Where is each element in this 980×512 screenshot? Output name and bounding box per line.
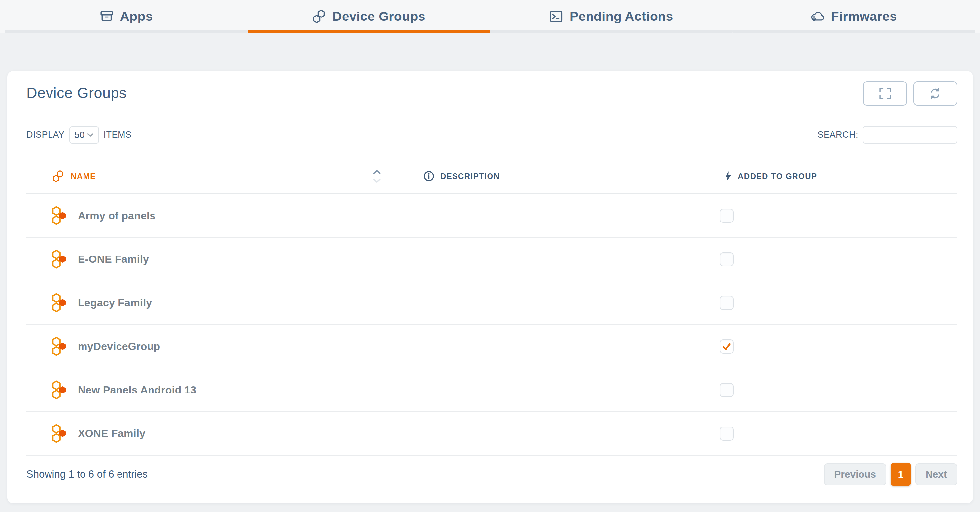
table-row[interactable]: E-ONE Family xyxy=(26,238,957,281)
sort-descending-icon xyxy=(373,178,381,183)
device-group-cluster-icon xyxy=(52,424,67,443)
tab-underline xyxy=(732,30,975,33)
added-to-group-checkbox[interactable] xyxy=(719,426,734,441)
table-row[interactable]: myDeviceGroup xyxy=(26,325,957,368)
tab-label: Pending Actions xyxy=(570,9,673,24)
table-row[interactable]: Army of panels xyxy=(26,194,957,238)
device-groups-panel: Device Groups DISPLAY 50 ITEMS SEARCH: N… xyxy=(7,71,973,503)
tab-label: Device Groups xyxy=(332,9,425,24)
group-name: E-ONE Family xyxy=(78,253,149,266)
fullscreen-icon xyxy=(879,87,891,100)
check-icon xyxy=(721,341,732,352)
column-label-description: DESCRIPTION xyxy=(440,172,500,181)
search-input[interactable] xyxy=(863,126,957,144)
column-label-added: ADDED TO GROUP xyxy=(738,172,817,181)
top-tab-bar: Apps Device Groups Pending Actions Firmw… xyxy=(0,0,980,33)
column-header-name[interactable]: NAME xyxy=(26,170,396,182)
device-group-cluster-icon xyxy=(52,380,67,399)
info-circle-icon xyxy=(423,171,434,181)
device-group-cluster-icon xyxy=(52,293,67,312)
pagination: Previous 1 Next xyxy=(824,463,957,486)
items-label: ITEMS xyxy=(103,130,132,140)
display-label: DISPLAY xyxy=(26,130,65,140)
panel-actions xyxy=(863,81,957,106)
previous-page-button[interactable]: Previous xyxy=(824,463,886,485)
page-size-select[interactable]: 50 xyxy=(69,126,99,144)
pending-actions-icon xyxy=(549,10,563,24)
active-tab-underline xyxy=(248,30,490,33)
added-to-group-checkbox[interactable] xyxy=(719,296,734,310)
tab-firmwares[interactable]: Firmwares xyxy=(732,0,975,33)
table-header: NAME DESCRIPTION ADDED TO GROUP xyxy=(26,159,957,194)
sort-ascending-icon xyxy=(373,170,381,174)
refresh-icon xyxy=(929,87,941,100)
firmwares-icon xyxy=(811,10,824,24)
tab-pending-actions[interactable]: Pending Actions xyxy=(490,0,733,33)
device-group-cluster-icon xyxy=(52,337,67,356)
table-row[interactable]: Legacy Family xyxy=(26,281,957,325)
added-to-group-checkbox[interactable] xyxy=(719,383,734,397)
page-size-value: 50 xyxy=(74,130,84,140)
device-group-icon xyxy=(52,170,64,182)
lightning-bolt-icon xyxy=(724,171,732,181)
added-to-group-checkbox[interactable] xyxy=(719,208,734,223)
device-group-cluster-icon xyxy=(52,206,67,225)
group-name: XONE Family xyxy=(78,428,145,440)
tab-label: Firmwares xyxy=(831,9,897,24)
group-name: myDeviceGroup xyxy=(78,340,160,353)
added-to-group-checkbox[interactable] xyxy=(719,252,734,266)
added-to-group-checkbox[interactable] xyxy=(719,339,734,353)
device-group-cluster-icon xyxy=(52,250,67,269)
table-row[interactable]: XONE Family xyxy=(26,412,957,456)
next-page-button[interactable]: Next xyxy=(915,463,957,485)
tab-underline xyxy=(490,30,733,33)
search-label: SEARCH: xyxy=(817,130,858,140)
column-label-name: NAME xyxy=(71,172,96,181)
group-name: Army of panels xyxy=(78,210,156,222)
entries-summary: Showing 1 to 6 of 6 entries xyxy=(26,468,148,480)
table-row[interactable]: New Panels Android 13 xyxy=(26,368,957,412)
tab-label: Apps xyxy=(120,9,153,24)
tab-device-groups[interactable]: Device Groups xyxy=(248,0,490,33)
chevron-down-icon xyxy=(87,133,94,137)
column-header-added-to-group[interactable]: ADDED TO GROUP xyxy=(719,171,957,181)
device-groups-icon xyxy=(312,10,326,24)
group-name: Legacy Family xyxy=(78,297,152,309)
apps-box-icon xyxy=(100,10,113,24)
tab-apps[interactable]: Apps xyxy=(5,0,248,33)
column-header-description[interactable]: DESCRIPTION xyxy=(396,171,719,181)
page-title: Device Groups xyxy=(26,84,127,102)
sort-control[interactable] xyxy=(373,170,381,183)
refresh-button[interactable] xyxy=(913,81,957,106)
group-name: New Panels Android 13 xyxy=(78,384,196,396)
current-page-button[interactable]: 1 xyxy=(891,463,911,486)
tab-underline xyxy=(5,30,248,33)
fullscreen-button[interactable] xyxy=(863,81,907,106)
